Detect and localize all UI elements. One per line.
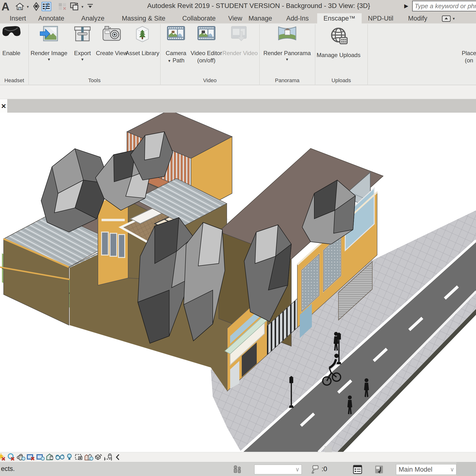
design-options-list-icon[interactable]: [353, 465, 363, 474]
3d-model-canvas[interactable]: [0, 113, 476, 452]
panel-headset[interactable]: Headset: [0, 77, 29, 84]
editing-requests-count: :0: [322, 465, 327, 473]
save-orientation-icon[interactable]: [74, 453, 84, 461]
close-view-icon[interactable]: ×: [1, 102, 6, 109]
tab-view[interactable]: View: [227, 13, 244, 23]
3d-viewport[interactable]: [0, 113, 476, 452]
video-editor-icon: [197, 25, 216, 43]
create-view-button[interactable]: Create View: [95, 25, 129, 57]
title-bar: A ▼ ▼ Autodesk Revit 2019 - STUDENT VERS…: [0, 0, 476, 13]
camera-icon: [102, 25, 121, 43]
active-workset-select[interactable]: ∨: [254, 465, 302, 474]
exclude-options-icon[interactable]: [374, 465, 385, 474]
export-button[interactable]: Export ▼: [69, 25, 96, 61]
globe-icon: [329, 27, 348, 45]
manage-uploads-button[interactable]: Manage Uploads: [316, 27, 361, 59]
scrollbar-thumb[interactable]: [325, 446, 332, 452]
sync-disabled-icon: [58, 2, 67, 11]
render-off-icon[interactable]: [7, 453, 16, 461]
ribbon-enscape-panel: Enable Render Image ▼ Export ▼ Create Vi…: [0, 23, 476, 77]
tab-modify[interactable]: Modify: [407, 13, 429, 23]
tab-analyze[interactable]: Analyze: [80, 13, 106, 23]
tab-manage[interactable]: Manage: [247, 13, 274, 23]
render-image-caret-icon[interactable]: ▼: [47, 57, 51, 61]
video-editor-button[interactable]: Video Editor (on/off): [190, 25, 223, 64]
show-crop-icon[interactable]: [36, 453, 45, 461]
render-panorama-button[interactable]: Render Panorama ▼: [265, 25, 309, 61]
panel-divider: [367, 24, 368, 85]
panel-divider: [29, 24, 29, 85]
status-bar-right-pane: [457, 462, 476, 476]
reveal-constraints-icon[interactable]: [103, 453, 113, 461]
tab-insert[interactable]: Insert: [8, 13, 28, 23]
location-icon[interactable]: [32, 2, 41, 11]
locked-orientation-icon[interactable]: [45, 453, 55, 461]
render-image-button[interactable]: Render Image ▼: [29, 25, 69, 61]
chevron-down-icon: ∨: [295, 466, 302, 473]
tab-add-ins[interactable]: Add-Ins: [285, 13, 310, 23]
window-title: Autodesk Revit 2019 - STUDENT VERSION - …: [131, 2, 387, 10]
tab-enscape[interactable]: Enscape™: [317, 13, 362, 23]
tab-massing-site[interactable]: Massing & Site: [120, 13, 167, 23]
vr-headset-icon: [1, 25, 21, 43]
panel-uploads[interactable]: Uploads: [315, 77, 367, 84]
options-bar: [0, 85, 476, 99]
enable-headset-button[interactable]: Enable: [0, 25, 27, 57]
visual-style-icon[interactable]: [17, 453, 26, 461]
tab-collaborate[interactable]: Collaborate: [181, 13, 217, 23]
status-bar: ects. ∨ :0 Main Model ∨: [0, 462, 476, 476]
reveal-hidden-icon[interactable]: [65, 453, 74, 461]
home-icon[interactable]: [15, 2, 25, 11]
render-image-icon: [40, 25, 58, 43]
revit-logo[interactable]: A: [1, 0, 9, 13]
highlight-sets-icon[interactable]: [84, 453, 93, 461]
filmstrip-icon: [167, 25, 185, 43]
view-tab-bar: ×: [0, 99, 476, 113]
panel-tools[interactable]: Tools: [29, 77, 160, 84]
render-video-disabled-icon: [231, 25, 249, 43]
ribbon-panel-labels: Headset Tools Video Panorama Uploads: [0, 77, 476, 85]
displace-elements-icon[interactable]: [94, 453, 103, 461]
tab-npd-util[interactable]: NPD-Util: [367, 13, 395, 23]
collapse-icon[interactable]: [113, 453, 122, 461]
schedule-icon[interactable]: [42, 2, 51, 11]
chevron-down-icon: ∨: [450, 466, 456, 473]
shadows-off-icon[interactable]: [0, 453, 6, 461]
panel-divider: [259, 24, 260, 85]
view-control-bar: [0, 452, 476, 462]
panorama-icon: [277, 25, 297, 43]
view-tab-3d[interactable]: ×: [0, 99, 7, 113]
crop-off-icon[interactable]: [26, 453, 35, 461]
home-caret-icon[interactable]: ▼: [26, 5, 30, 9]
place-button[interactable]: Place (on: [455, 25, 476, 64]
export-box-icon: [74, 25, 91, 43]
switch-windows-caret-icon[interactable]: ▼: [81, 5, 84, 9]
search-expand-icon[interactable]: ▶: [404, 3, 408, 9]
search-placeholder: Type a keyword or phras: [413, 2, 476, 10]
customize-toolbar-icon[interactable]: [86, 3, 94, 10]
render-video-button: Render Video: [222, 25, 258, 57]
camera-path-caret-icon[interactable]: ▼: [168, 59, 171, 63]
worksets-icon[interactable]: [232, 465, 243, 474]
editing-requests-icon[interactable]: [310, 465, 320, 474]
asset-library-button[interactable]: Asset Library: [124, 25, 161, 57]
panel-panorama[interactable]: Panorama: [259, 77, 315, 84]
switch-windows-icon[interactable]: [70, 2, 79, 11]
temporary-hide-icon[interactable]: [55, 453, 64, 461]
ribbon-tab-row: Insert Annotate Analyze Massing & Site C…: [0, 13, 476, 23]
render-panorama-caret-icon[interactable]: ▼: [285, 57, 289, 61]
help-search-input[interactable]: Type a keyword or phras: [412, 1, 476, 11]
design-option-select[interactable]: Main Model ∨: [396, 464, 457, 475]
camera-path-button[interactable]: Camera ▼Path: [162, 25, 189, 64]
export-caret-icon[interactable]: ▼: [81, 57, 84, 61]
panel-video[interactable]: Video: [160, 77, 259, 84]
tab-annotate[interactable]: Annotate: [37, 13, 66, 23]
panel-divider: [160, 24, 161, 85]
ribbon-display-toggle[interactable]: ▼: [442, 15, 457, 22]
asset-tree-icon: [134, 25, 151, 43]
status-message: ects.: [1, 465, 15, 473]
revit-window: A ▼ ▼ Autodesk Revit 2019 - STUDENT VERS…: [0, 0, 476, 476]
